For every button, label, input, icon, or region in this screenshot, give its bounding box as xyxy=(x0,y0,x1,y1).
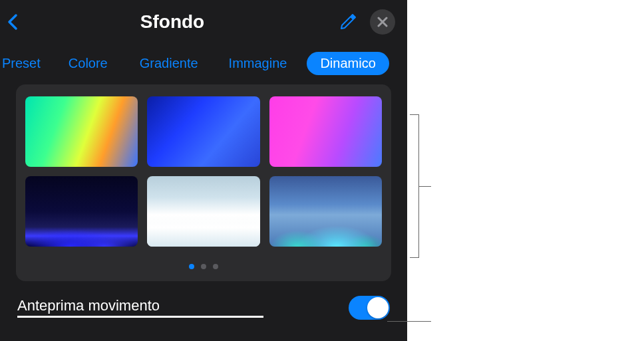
panel-title: Sfondo xyxy=(7,11,338,33)
callout-line-icon xyxy=(419,186,431,187)
preview-motion-label: Anteprima movimento xyxy=(17,297,263,314)
preset-thumbnail[interactable] xyxy=(147,176,259,247)
preset-thumbnail[interactable] xyxy=(269,176,382,247)
preview-motion-toggle[interactable] xyxy=(349,296,390,320)
eyedropper-button[interactable] xyxy=(338,12,358,32)
preset-thumbnail[interactable] xyxy=(147,96,259,167)
page-dot[interactable] xyxy=(189,264,194,269)
tab-colore[interactable]: Colore xyxy=(53,52,124,75)
preset-grid xyxy=(25,96,382,247)
tab-immagine[interactable]: Immagine xyxy=(214,52,302,75)
presets-card xyxy=(16,84,391,281)
tab-gradiente[interactable]: Gradiente xyxy=(124,52,214,75)
close-button[interactable] xyxy=(370,9,395,35)
panel-header: Sfondo xyxy=(0,0,407,41)
page-dot[interactable] xyxy=(201,264,206,269)
background-type-tabs: Preset Colore Gradiente Immagine Dinamic… xyxy=(0,41,407,84)
preset-thumbnail[interactable] xyxy=(269,96,382,167)
tab-preset[interactable]: Preset xyxy=(0,52,53,75)
callout-line-icon xyxy=(387,321,431,322)
background-settings-panel: Sfondo Preset Colore Gradiente Immagine … xyxy=(0,0,407,341)
preview-motion-row: Anteprima movimento xyxy=(0,281,407,320)
preset-thumbnail[interactable] xyxy=(25,96,138,167)
callout-bracket-icon xyxy=(410,114,419,258)
eyedropper-icon xyxy=(339,13,357,31)
close-icon xyxy=(377,17,388,27)
tab-dinamico[interactable]: Dinamico xyxy=(307,52,389,75)
page-dots xyxy=(25,264,382,269)
page-dot[interactable] xyxy=(213,264,218,269)
toggle-knob xyxy=(367,297,389,318)
label-underline xyxy=(17,316,263,318)
preset-thumbnail[interactable] xyxy=(25,176,138,247)
preview-motion-label-wrap: Anteprima movimento xyxy=(17,297,263,318)
header-actions xyxy=(338,9,395,35)
